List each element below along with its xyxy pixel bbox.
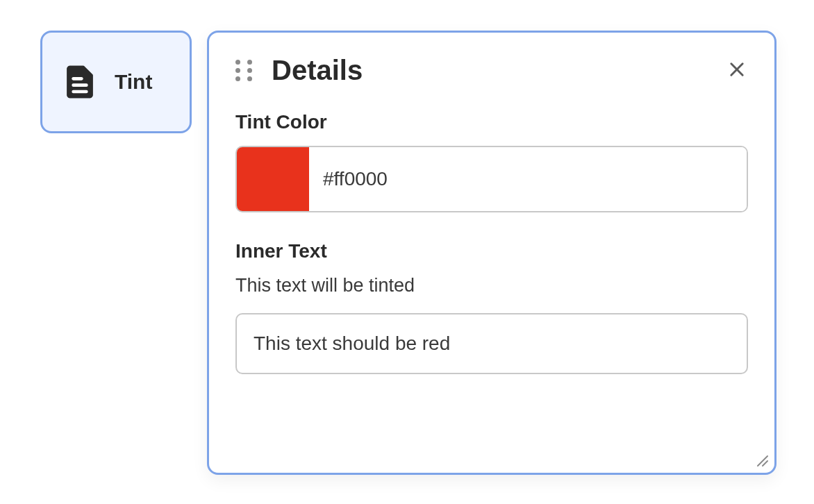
svg-rect-2 [72,90,88,94]
inner-text-label: Inner Text [235,240,748,262]
close-icon [727,60,747,82]
tint-node[interactable]: Tint [40,31,192,133]
svg-line-5 [758,456,767,466]
close-button[interactable] [726,60,748,82]
tint-color-label: Tint Color [235,111,748,133]
tint-color-field: Tint Color [235,111,748,212]
drag-handle-icon[interactable] [235,61,255,81]
panel-title: Details [272,55,709,86]
color-swatch[interactable] [237,147,309,211]
svg-rect-0 [72,77,83,81]
color-hex-input[interactable] [309,147,747,211]
panel-header: Details [235,55,748,86]
svg-line-6 [763,461,767,466]
node-label: Tint [115,70,152,94]
resize-icon [755,457,769,469]
inner-text-description: This text will be tinted [235,275,748,296]
svg-rect-1 [72,83,88,87]
color-input-wrapper [235,146,748,212]
resize-handle[interactable] [755,453,769,467]
document-icon [60,62,99,101]
details-panel: Details Tint Color Inner Text This text … [207,31,776,475]
inner-text-input[interactable] [235,313,748,374]
inner-text-field: Inner Text This text will be tinted [235,240,748,374]
